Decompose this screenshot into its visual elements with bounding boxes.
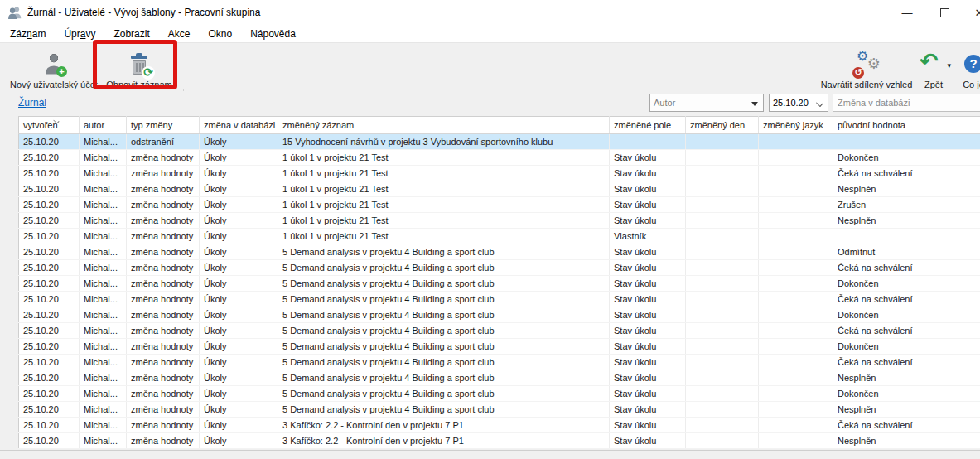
cell-8-3[interactable]: Úkoly bbox=[200, 260, 278, 276]
cell-13-1[interactable]: Michal... bbox=[80, 339, 127, 355]
cell-19-7[interactable] bbox=[759, 433, 833, 449]
cell-14-4[interactable]: 5 Demand analysis v projektu 4 Building … bbox=[278, 355, 610, 370]
cell-17-8[interactable]: Nesplněn bbox=[833, 402, 980, 418]
cell-4-4[interactable]: 1 úkol 1 v projektu 21 Test bbox=[278, 197, 610, 213]
cell-2-4[interactable]: 1 úkol 1 v projektu 21 Test bbox=[278, 166, 610, 181]
cell-0-1[interactable]: Michal... bbox=[80, 134, 127, 150]
cell-19-6[interactable] bbox=[686, 433, 759, 449]
new-user-button[interactable]: + Nový uživatelský účet bbox=[7, 46, 101, 89]
cell-11-8[interactable]: Dokončen bbox=[833, 307, 980, 323]
cell-19-3[interactable]: Úkoly bbox=[200, 433, 278, 449]
cell-17-6[interactable] bbox=[686, 402, 759, 418]
cell-5-1[interactable]: Michal... bbox=[80, 213, 127, 229]
close-button[interactable]: ✕ bbox=[967, 0, 980, 25]
cell-1-1[interactable]: Michal... bbox=[80, 150, 127, 166]
cell-12-7[interactable] bbox=[759, 323, 833, 339]
cell-18-2[interactable]: změna hodnoty bbox=[127, 418, 200, 433]
cell-16-1[interactable]: Michal... bbox=[80, 386, 127, 402]
cell-15-8[interactable]: Nesplněn bbox=[833, 370, 980, 386]
column-header-5[interactable]: změněné pole bbox=[610, 117, 686, 134]
cell-8-0[interactable]: 25.10.20 bbox=[19, 260, 80, 276]
cell-13-5[interactable]: Stav úkolu bbox=[610, 339, 686, 355]
cell-15-0[interactable]: 25.10.20 bbox=[19, 370, 80, 386]
cell-7-5[interactable]: Stav úkolu bbox=[610, 244, 686, 260]
cell-3-2[interactable]: změna hodnoty bbox=[127, 181, 200, 197]
table-row[interactable]: 25.10.20Michal...odstraněníÚkoly15 Vyhod… bbox=[19, 134, 980, 150]
cell-13-8[interactable]: Dokončen bbox=[833, 339, 980, 355]
cell-10-7[interactable] bbox=[759, 292, 833, 307]
cell-0-2[interactable]: odstranění bbox=[127, 134, 200, 150]
cell-11-3[interactable]: Úkoly bbox=[200, 307, 278, 323]
date-filter-combo[interactable]: 25.10.20 bbox=[769, 94, 828, 112]
cell-0-5[interactable] bbox=[610, 134, 686, 150]
cell-14-5[interactable]: Stav úkolu bbox=[610, 355, 686, 370]
cell-0-7[interactable] bbox=[759, 134, 833, 150]
cell-10-0[interactable]: 25.10.20 bbox=[19, 292, 80, 307]
column-header-2[interactable]: typ změny bbox=[127, 117, 200, 134]
cell-2-3[interactable]: Úkoly bbox=[200, 166, 278, 181]
cell-16-2[interactable]: změna hodnoty bbox=[127, 386, 200, 402]
cell-18-6[interactable] bbox=[686, 418, 759, 433]
cell-9-1[interactable]: Michal... bbox=[80, 276, 127, 292]
cell-3-0[interactable]: 25.10.20 bbox=[19, 181, 80, 197]
cell-18-3[interactable]: Úkoly bbox=[200, 418, 278, 433]
cell-18-5[interactable]: Stav úkolu bbox=[610, 418, 686, 433]
table-row[interactable]: 25.10.20Michal...změna hodnotyÚkoly1 úko… bbox=[19, 213, 980, 229]
cell-3-6[interactable] bbox=[686, 181, 759, 197]
cell-12-8[interactable]: Čeká na schválení bbox=[833, 323, 980, 339]
cell-19-4[interactable]: 3 Kafíčko: 2.2 - Kontrolní den v projekt… bbox=[278, 433, 610, 449]
cell-6-0[interactable]: 25.10.20 bbox=[19, 229, 80, 244]
table-row[interactable]: 25.10.20Michal...změna hodnotyÚkoly3 Kaf… bbox=[19, 418, 980, 433]
cell-2-6[interactable] bbox=[686, 166, 759, 181]
cell-2-2[interactable]: změna hodnoty bbox=[127, 166, 200, 181]
cell-10-5[interactable]: Stav úkolu bbox=[610, 292, 686, 307]
cell-12-2[interactable]: změna hodnoty bbox=[127, 323, 200, 339]
cell-4-0[interactable]: 25.10.20 bbox=[19, 197, 80, 213]
cell-14-6[interactable] bbox=[686, 355, 759, 370]
table-row[interactable]: 25.10.20Michal...změna hodnotyÚkoly5 Dem… bbox=[19, 260, 980, 276]
cell-8-2[interactable]: změna hodnoty bbox=[127, 260, 200, 276]
cell-11-1[interactable]: Michal... bbox=[80, 307, 127, 323]
cell-9-5[interactable]: Stav úkolu bbox=[610, 276, 686, 292]
cell-11-7[interactable] bbox=[759, 307, 833, 323]
cell-9-4[interactable]: 5 Demand analysis v projektu 4 Building … bbox=[278, 276, 610, 292]
cell-13-3[interactable]: Úkoly bbox=[200, 339, 278, 355]
cell-4-7[interactable] bbox=[759, 197, 833, 213]
cell-9-7[interactable] bbox=[759, 276, 833, 292]
cell-16-4[interactable]: 5 Demand analysis v projektu 4 Building … bbox=[278, 386, 610, 402]
column-header-0[interactable]: vytvořen bbox=[19, 117, 80, 134]
cell-8-6[interactable] bbox=[686, 260, 759, 276]
column-header-4[interactable]: změněný záznam bbox=[278, 117, 610, 134]
table-row[interactable]: 25.10.20Michal...změna hodnotyÚkoly5 Dem… bbox=[19, 355, 980, 370]
cell-5-0[interactable]: 25.10.20 bbox=[19, 213, 80, 229]
cell-8-1[interactable]: Michal... bbox=[80, 260, 127, 276]
cell-14-3[interactable]: Úkoly bbox=[200, 355, 278, 370]
cell-12-6[interactable] bbox=[686, 323, 759, 339]
cell-16-5[interactable]: Stav úkolu bbox=[610, 386, 686, 402]
cell-10-4[interactable]: 5 Demand analysis v projektu 4 Building … bbox=[278, 292, 610, 307]
cell-4-2[interactable]: změna hodnoty bbox=[127, 197, 200, 213]
cell-9-3[interactable]: Úkoly bbox=[200, 276, 278, 292]
table-row[interactable]: 25.10.20Michal...změna hodnotyÚkoly5 Dem… bbox=[19, 323, 980, 339]
cell-7-8[interactable]: Odmítnut bbox=[833, 244, 980, 260]
cell-17-0[interactable]: 25.10.20 bbox=[19, 402, 80, 418]
cell-6-3[interactable]: Úkoly bbox=[200, 229, 278, 244]
cell-15-5[interactable]: Stav úkolu bbox=[610, 370, 686, 386]
cell-4-6[interactable] bbox=[686, 197, 759, 213]
cell-1-0[interactable]: 25.10.20 bbox=[19, 150, 80, 166]
cell-1-4[interactable]: 1 úkol 1 v projektu 21 Test bbox=[278, 150, 610, 166]
column-header-1[interactable]: autor bbox=[80, 117, 127, 134]
cell-14-1[interactable]: Michal... bbox=[80, 355, 127, 370]
cell-6-6[interactable] bbox=[686, 229, 759, 244]
cell-12-4[interactable]: 5 Demand analysis v projektu 4 Building … bbox=[278, 323, 610, 339]
cell-2-0[interactable]: 25.10.20 bbox=[19, 166, 80, 181]
cell-19-1[interactable]: Michal... bbox=[80, 433, 127, 449]
cell-15-4[interactable]: 5 Demand analysis v projektu 4 Building … bbox=[278, 370, 610, 386]
table-row[interactable]: 25.10.20Michal...změna hodnotyÚkoly1 úko… bbox=[19, 166, 980, 181]
cell-1-7[interactable] bbox=[759, 150, 833, 166]
cell-13-4[interactable]: 5 Demand analysis v projektu 4 Building … bbox=[278, 339, 610, 355]
cell-15-6[interactable] bbox=[686, 370, 759, 386]
cell-1-6[interactable] bbox=[686, 150, 759, 166]
cell-18-8[interactable]: Čeká na schválení bbox=[833, 418, 980, 433]
cell-7-2[interactable]: změna hodnoty bbox=[127, 244, 200, 260]
